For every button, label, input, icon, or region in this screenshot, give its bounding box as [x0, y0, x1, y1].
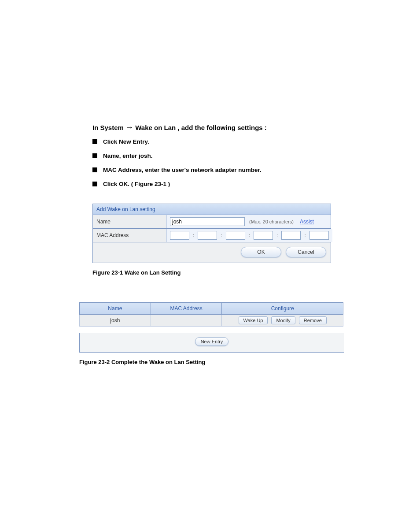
new-entry-button[interactable]: New Entry: [195, 337, 229, 346]
mac-input-3[interactable]: [226, 231, 245, 240]
col-mac: MAC Address: [151, 303, 222, 315]
arrow-right-icon: →: [125, 123, 133, 132]
mac-input-4[interactable]: [254, 231, 273, 240]
mac-input-1[interactable]: [170, 231, 189, 240]
step-label: MAC Address: [103, 167, 142, 173]
add-wol-panel: Add Wake on Lan setting Name (Max. 20 ch…: [92, 204, 331, 263]
form-row-name: Name (Max. 20 characters) Assist: [93, 215, 331, 229]
step-item: Click New Entry.: [92, 135, 358, 149]
mac-field: : : : : :: [166, 229, 332, 242]
steps-list: Click New Entry. Name, enter josh. MAC A…: [92, 135, 358, 191]
form-row-mac: MAC Address : : : : :: [93, 229, 331, 242]
figure-caption-2: Figure 23-2 Complete the Wake on Lan Set…: [79, 359, 358, 365]
step-item: MAC Address, enter the user's network ad…: [92, 163, 358, 177]
wake-up-button[interactable]: Wake Up: [239, 316, 268, 324]
name-input[interactable]: [170, 217, 245, 226]
figure-caption-1: Figure 23-1 Wake on Lan Setting: [92, 269, 358, 276]
cell-mac: [151, 315, 222, 327]
mac-sep: :: [276, 232, 279, 238]
mac-sep: :: [248, 232, 251, 238]
panel-title: Add Wake on Lan setting: [93, 204, 331, 215]
heading-prefix: In System: [92, 124, 125, 131]
step-label-prefix: Click: [103, 181, 119, 187]
step-heading: In System → Wake on Lan , add the follow…: [92, 123, 358, 131]
name-label: Name: [93, 215, 166, 228]
wol-table: Name MAC Address Configure josh Wake Up …: [79, 302, 343, 327]
step-text: Click New Entry.: [103, 138, 149, 145]
mac-label: MAC Address: [93, 229, 166, 242]
assist-link[interactable]: Assist: [300, 219, 314, 225]
mac-sep: :: [303, 232, 306, 238]
cancel-button[interactable]: Cancel: [286, 247, 326, 257]
col-configure: Configure: [222, 303, 343, 315]
panel-actions: OK Cancel: [93, 242, 331, 263]
cell-configure: Wake Up Modify Remove: [222, 315, 343, 327]
heading-suffix: Wake on Lan , add the following settings…: [133, 124, 267, 131]
table-footer: New Entry: [79, 333, 344, 353]
mac-sep: :: [220, 232, 223, 238]
col-name: Name: [80, 303, 151, 315]
step-item: Name, enter josh.: [92, 149, 358, 163]
name-hint: (Max. 20 characters): [249, 219, 294, 224]
ok-button[interactable]: OK: [241, 247, 281, 257]
modify-button[interactable]: Modify: [271, 316, 295, 324]
step-text: . ( Figure 23-1 ): [128, 181, 170, 187]
step-label: OK: [119, 181, 128, 187]
name-field: (Max. 20 characters) Assist: [166, 215, 331, 228]
mac-input-6[interactable]: [309, 231, 329, 240]
step-text: , enter josh.: [119, 152, 153, 159]
table-row: josh Wake Up Modify Remove: [80, 315, 343, 327]
mac-input-5[interactable]: [281, 231, 301, 240]
cell-name: josh: [80, 315, 151, 327]
remove-button[interactable]: Remove: [299, 316, 327, 324]
mac-sep: :: [192, 232, 195, 238]
mac-input-2[interactable]: [198, 231, 217, 240]
step-text: , enter the user's network adapter numbe…: [142, 167, 262, 173]
step-item: Click OK. ( Figure 23-1 ): [92, 177, 358, 191]
step-label: Name: [103, 152, 119, 159]
